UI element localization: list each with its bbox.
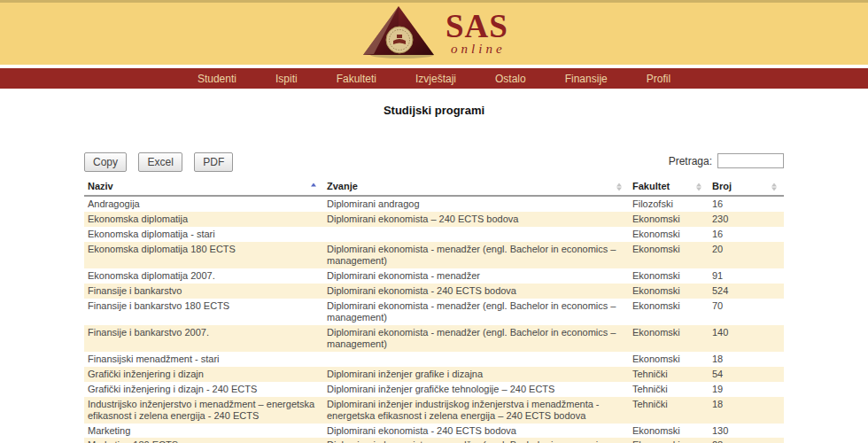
table-row: Finansije i bankarstvo Diplomirani ekono… bbox=[84, 284, 784, 299]
column-header-naziv[interactable]: Naziv bbox=[84, 178, 323, 196]
cell-zvanje: Diplomirani ekonomista – 240 ECTS bodova bbox=[323, 212, 629, 227]
nav-item-profil[interactable]: Profil bbox=[627, 68, 690, 89]
table-row: Grafički inženjering i dizajn - 240 ECTS… bbox=[84, 382, 784, 397]
table-row: Grafički inženjering i dizajn Diplomiran… bbox=[84, 367, 784, 382]
nav-item-studenti[interactable]: Studenti bbox=[178, 68, 256, 89]
cell-naziv: Finansije i bankarstvo bbox=[84, 284, 323, 299]
cell-zvanje bbox=[323, 227, 629, 242]
cell-fakultet: Tehnički bbox=[629, 382, 709, 397]
nav-item-izvjestaji[interactable]: Izvještaji bbox=[396, 68, 476, 89]
cell-naziv: Finansijski menadžment - stari bbox=[84, 352, 323, 367]
column-header-zvanje[interactable]: Zvanje bbox=[323, 178, 629, 196]
cell-broj: 230 bbox=[709, 212, 784, 227]
cell-fakultet: Ekonomski bbox=[629, 299, 709, 325]
cell-fakultet: Filozofski bbox=[629, 196, 709, 212]
table-header: Naziv Zvanje Fakultet Broj bbox=[84, 178, 784, 196]
cell-naziv: Ekonomska diplomatija - stari bbox=[84, 227, 323, 242]
cell-fakultet: Ekonomski bbox=[629, 227, 709, 242]
cell-naziv: Finansije i bankarstvo 2007. bbox=[84, 325, 323, 352]
pdf-button[interactable]: PDF bbox=[194, 152, 233, 172]
cell-zvanje: Diplomirani andragog bbox=[323, 196, 629, 212]
cell-zvanje: Diplomirani ekonomista - menadžer (engl.… bbox=[323, 438, 629, 443]
cell-broj: 20 bbox=[709, 242, 784, 268]
cell-zvanje: Diplomirani ekonomista - 240 ECTS bodova bbox=[323, 424, 629, 439]
sort-both-icon bbox=[771, 183, 777, 190]
table-row: Finansije i bankarstvo 2007. Diplomirani… bbox=[84, 325, 784, 352]
cell-naziv: Finansije i bankarstvo 180 ECTS bbox=[84, 299, 323, 325]
cell-fakultet: Ekonomski bbox=[629, 212, 709, 227]
cell-broj: 16 bbox=[709, 196, 784, 212]
cell-naziv: Grafički inženjering i dizajn - 240 ECTS bbox=[84, 382, 323, 397]
cell-broj: 54 bbox=[709, 367, 784, 382]
table-row: Finansije i bankarstvo 180 ECTS Diplomir… bbox=[84, 299, 784, 325]
table-body: Andragogija Diplomirani andragog Filozof… bbox=[84, 196, 784, 443]
app-header: SAS online bbox=[0, 0, 868, 65]
column-label: Naziv bbox=[88, 181, 113, 191]
cell-broj: 28 bbox=[709, 438, 784, 443]
cell-broj: 130 bbox=[709, 424, 784, 439]
cell-broj: 70 bbox=[709, 299, 784, 325]
cell-zvanje bbox=[323, 352, 629, 367]
page-title: Studijski programi bbox=[84, 102, 784, 120]
cell-zvanje: Diplomirani ekonomista - menadžer (engl.… bbox=[323, 299, 629, 325]
table-row: Finansijski menadžment - stari Ekonomski… bbox=[84, 352, 784, 367]
cell-zvanje: Diplomirani ekonomista - menadžer (engl.… bbox=[323, 242, 629, 268]
sort-both-icon bbox=[696, 183, 701, 190]
cell-naziv: Ekonomska diplomatija 180 ECTS bbox=[84, 242, 323, 268]
main-nav: Studenti Ispiti Fakulteti Izvještaji Ost… bbox=[0, 68, 868, 89]
cell-fakultet: Ekonomski bbox=[629, 325, 709, 352]
column-label: Zvanje bbox=[327, 181, 358, 191]
nav-item-fakulteti[interactable]: Fakulteti bbox=[317, 68, 396, 89]
sort-both-icon bbox=[616, 183, 622, 190]
programs-table: Naziv Zvanje Fakultet Broj Andragogija bbox=[84, 178, 784, 443]
cell-naziv: Ekonomska diplomatija 2007. bbox=[84, 268, 323, 284]
app-title: SAS bbox=[446, 12, 508, 42]
table-row: Ekonomska diplomatija 180 ECTS Diplomira… bbox=[84, 242, 784, 268]
sort-asc-icon bbox=[311, 183, 316, 190]
cell-fakultet: Ekonomski bbox=[629, 284, 709, 299]
cell-naziv: Marketing 180 ECTS bbox=[84, 438, 323, 443]
cell-zvanje: Diplomirani inženjer grafike i dizajna bbox=[323, 367, 629, 382]
cell-broj: 18 bbox=[709, 352, 784, 367]
table-row: Ekonomska diplomatija - stari Ekonomski … bbox=[84, 227, 784, 242]
table-row: Andragogija Diplomirani andragog Filozof… bbox=[84, 196, 784, 212]
search-container: Pretraga: bbox=[669, 153, 784, 168]
cell-zvanje: Diplomirani inženjer grafičke tehnologij… bbox=[323, 382, 629, 397]
search-label: Pretraga: bbox=[669, 155, 712, 167]
cell-broj: 91 bbox=[709, 268, 784, 284]
brand-text: SAS online bbox=[446, 12, 508, 57]
nav-item-finansije[interactable]: Finansije bbox=[546, 68, 627, 89]
cell-naziv: Grafički inženjering i dizajn bbox=[84, 367, 323, 382]
table-row: Industrijsko inženjerstvo i menadžment –… bbox=[84, 397, 784, 424]
cell-fakultet: Ekonomski bbox=[629, 242, 709, 268]
cell-fakultet: Ekonomski bbox=[629, 268, 709, 284]
cell-zvanje: Diplomirani ekonomista - menadžer bbox=[323, 268, 629, 284]
excel-button[interactable]: Excel bbox=[138, 152, 182, 172]
search-input[interactable] bbox=[717, 153, 784, 168]
export-buttons: Copy Excel PDF bbox=[84, 152, 241, 172]
cell-fakultet: Ekonomski bbox=[629, 438, 709, 443]
table-toolbar: Copy Excel PDF Pretraga: bbox=[84, 152, 784, 175]
cell-broj: 524 bbox=[709, 284, 784, 299]
column-header-fakultet[interactable]: Fakultet bbox=[629, 178, 709, 196]
cell-naziv: Andragogija bbox=[84, 196, 323, 212]
nav-item-ispiti[interactable]: Ispiti bbox=[256, 68, 317, 89]
cell-zvanje: Diplomirani ekonomista - menadžer (engl.… bbox=[323, 325, 629, 352]
cell-broj: 19 bbox=[709, 382, 784, 397]
column-header-broj[interactable]: Broj bbox=[709, 178, 784, 196]
copy-button[interactable]: Copy bbox=[84, 152, 127, 172]
cell-fakultet: Tehnički bbox=[629, 397, 709, 424]
table-row: Marketing Diplomirani ekonomista - 240 E… bbox=[84, 424, 784, 439]
nav-item-ostalo[interactable]: Ostalo bbox=[476, 68, 546, 89]
column-label: Broj bbox=[712, 181, 732, 191]
cell-broj: 140 bbox=[709, 325, 784, 352]
column-label: Fakultet bbox=[632, 181, 670, 191]
cell-fakultet: Tehnički bbox=[629, 367, 709, 382]
main-content: Studijski programi Copy Excel PDF Pretra… bbox=[84, 102, 784, 443]
cell-naziv: Marketing bbox=[84, 424, 323, 439]
pyramid-logo-icon bbox=[360, 4, 438, 63]
logo[interactable]: SAS online bbox=[360, 4, 508, 63]
cell-zvanje: Diplomirani ekonomista - 240 ECTS bodova bbox=[323, 284, 629, 299]
cell-naziv: Industrijsko inženjerstvo i menadžment –… bbox=[84, 397, 323, 424]
cell-fakultet: Ekonomski bbox=[629, 424, 709, 439]
